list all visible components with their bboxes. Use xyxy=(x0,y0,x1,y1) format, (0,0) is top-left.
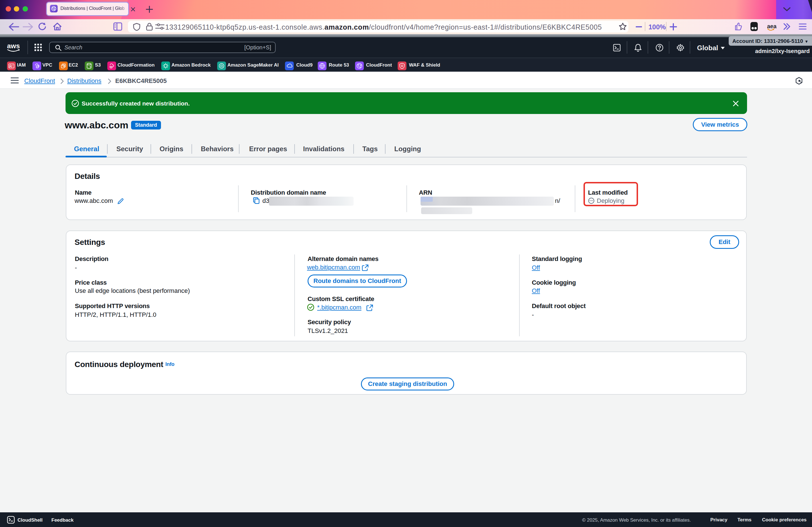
svg-text:aws: aws xyxy=(7,42,20,50)
